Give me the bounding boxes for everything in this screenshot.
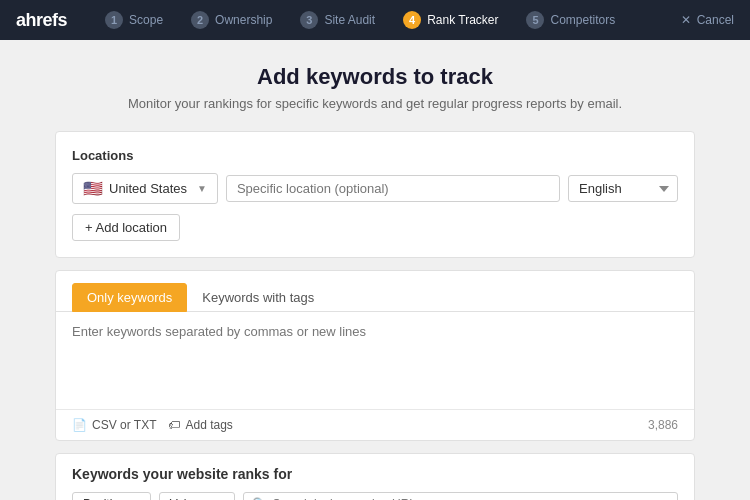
page-subtitle: Monitor your rankings for specific keywo… (128, 96, 622, 111)
logo-part1: a (16, 10, 26, 30)
csv-label: CSV or TXT (92, 418, 156, 432)
tab-bar: Only keywords Keywords with tags (56, 271, 694, 312)
rankings-controls: Position ▼ Volume ▼ 🔍 (56, 492, 694, 500)
step-label-competitors: Competitors (550, 13, 615, 27)
top-navigation: ahrefs 1 Scope 2 Ownership 3 Site Audit … (0, 0, 750, 40)
specific-location-input[interactable] (226, 175, 560, 202)
rankings-card: Keywords your website ranks for Position… (55, 453, 695, 500)
locations-card: Locations 🇺🇸 United States ▼ English + A… (55, 131, 695, 258)
page-title: Add keywords to track (257, 64, 493, 90)
keywords-count: 3,886 (648, 418, 678, 432)
step-num-1: 1 (105, 11, 123, 29)
country-name: United States (109, 181, 187, 196)
nav-step-ranktracker[interactable]: 4 Rank Tracker (389, 0, 512, 40)
chevron-down-icon: ▼ (197, 183, 207, 194)
tag-icon: 🏷 (168, 418, 180, 432)
step-num-4: 4 (403, 11, 421, 29)
nav-step-competitors[interactable]: 5 Competitors (512, 0, 629, 40)
add-location-button[interactable]: + Add location (72, 214, 180, 241)
volume-dropdown[interactable]: Volume ▼ (159, 492, 235, 500)
step-num-3: 3 (300, 11, 318, 29)
location-row: 🇺🇸 United States ▼ English (72, 173, 678, 204)
step-label-siteaudit: Site Audit (324, 13, 375, 27)
cancel-label: Cancel (697, 13, 734, 27)
step-label-scope: Scope (129, 13, 163, 27)
main-content: Add keywords to track Monitor your ranki… (0, 40, 750, 500)
nav-step-siteaudit[interactable]: 3 Site Audit (286, 0, 389, 40)
rankings-header: Keywords your website ranks for (56, 454, 694, 492)
position-dropdown[interactable]: Position ▼ (72, 492, 151, 500)
logo-part2: hrefs (26, 10, 68, 30)
nav-steps: 1 Scope 2 Ownership 3 Site Audit 4 Rank … (91, 0, 681, 40)
cancel-x-icon: ✕ (681, 13, 691, 27)
step-label-ownership: Ownership (215, 13, 272, 27)
file-icon: 📄 (72, 418, 87, 432)
step-num-5: 5 (526, 11, 544, 29)
cancel-button[interactable]: ✕ Cancel (681, 13, 734, 27)
country-select[interactable]: 🇺🇸 United States ▼ (72, 173, 218, 204)
add-location-label: + Add location (85, 220, 167, 235)
logo: ahrefs (16, 10, 67, 31)
step-label-ranktracker: Rank Tracker (427, 13, 498, 27)
tab-keywords-with-tags[interactable]: Keywords with tags (187, 283, 329, 312)
flag-icon: 🇺🇸 (83, 179, 103, 198)
locations-label: Locations (72, 148, 678, 163)
keyword-search-box[interactable]: 🔍 (243, 492, 678, 500)
add-tags-button[interactable]: 🏷 Add tags (168, 418, 232, 432)
keywords-textarea[interactable] (72, 324, 678, 394)
tab-only-keywords[interactable]: Only keywords (72, 283, 187, 312)
keywords-footer: 📄 CSV or TXT 🏷 Add tags 3,886 (56, 409, 694, 440)
keywords-body (56, 312, 694, 409)
nav-step-scope[interactable]: 1 Scope (91, 0, 177, 40)
language-select[interactable]: English (568, 175, 678, 202)
tags-label: Add tags (185, 418, 232, 432)
step-num-2: 2 (191, 11, 209, 29)
keywords-card: Only keywords Keywords with tags 📄 CSV o… (55, 270, 695, 441)
csv-txt-button[interactable]: 📄 CSV or TXT (72, 418, 156, 432)
nav-step-ownership[interactable]: 2 Ownership (177, 0, 286, 40)
